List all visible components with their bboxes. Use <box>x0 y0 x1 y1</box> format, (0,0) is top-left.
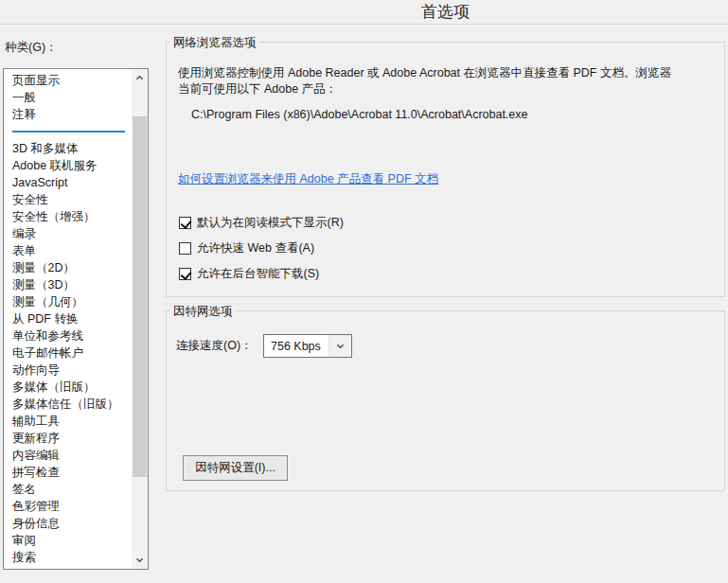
list-item[interactable]: 动作向导 <box>4 362 132 379</box>
list-item[interactable]: 页面显示 <box>4 72 132 89</box>
reading-mode-checkbox[interactable] <box>179 217 191 229</box>
reading-mode-label: 默认为在阅读模式下显示(R) <box>197 215 344 231</box>
list-item[interactable]: Adobe 联机服务 <box>4 157 132 174</box>
scroll-down-button[interactable] <box>132 552 148 568</box>
combo-arrow-button[interactable] <box>328 335 351 357</box>
list-item[interactable]: 色彩管理 <box>4 498 132 515</box>
scroll-up-button[interactable] <box>132 70 148 86</box>
background-download-checkbox[interactable] <box>179 268 191 280</box>
internet-settings-button[interactable]: 因特网设置(I)... <box>183 455 288 481</box>
background-download-label: 允许在后台智能下载(S) <box>197 266 319 282</box>
preferences-dialog: 首选项 种类(G)： 页面显示一般注释3D 和多媒体Adobe 联机服务Java… <box>0 0 728 583</box>
connection-speed-label: 连接速度(O)： <box>176 338 253 354</box>
adobe-product-path: C:\Program Files (x86)\Adobe\Acrobat 11.… <box>191 108 528 121</box>
list-item[interactable]: 电子邮件帐户 <box>4 344 132 362</box>
list-item[interactable]: 一般 <box>4 89 132 106</box>
checkbox-row-fast-web-view[interactable]: 允许快速 Web 查看(A) <box>179 242 344 255</box>
list-item[interactable]: 测量（几何） <box>4 293 132 310</box>
fast-web-view-label: 允许快速 Web 查看(A) <box>197 240 314 256</box>
category-label: 种类(G)： <box>5 40 58 56</box>
page-title: 首选项 <box>166 1 725 23</box>
title-divider <box>0 24 728 25</box>
internet-options-title: 因特网选项 <box>169 304 237 320</box>
list-item[interactable]: 多媒体（旧版） <box>4 379 132 396</box>
list-separator <box>4 123 132 140</box>
list-item[interactable]: 拼写检查 <box>4 464 132 481</box>
list-item[interactable]: 注释 <box>4 106 132 123</box>
category-scrollbar[interactable] <box>132 69 148 569</box>
list-item[interactable]: 3D 和多媒体 <box>4 140 132 157</box>
list-item[interactable]: 内容编辑 <box>4 447 132 464</box>
browser-checkbox-group: 默认为在阅读模式下显示(R) 允许快速 Web 查看(A) 允许在后台智能下载(… <box>179 217 344 293</box>
checkbox-row-reading-mode[interactable]: 默认为在阅读模式下显示(R) <box>179 217 344 229</box>
list-item[interactable]: 单位和参考线 <box>4 327 132 344</box>
list-item[interactable]: 信任管理器 <box>4 566 132 569</box>
list-item[interactable]: 搜索 <box>4 549 132 566</box>
list-item[interactable]: 安全性（增强） <box>4 208 132 225</box>
list-item[interactable]: 更新程序 <box>4 430 132 447</box>
list-item[interactable]: 测量（2D） <box>4 259 132 276</box>
fast-web-view-checkbox[interactable] <box>179 242 191 255</box>
list-item[interactable]: 编录 <box>4 225 132 242</box>
chevron-up-icon <box>135 74 144 82</box>
scrollbar-thumb[interactable] <box>133 116 147 477</box>
checkbox-row-background-download[interactable]: 允许在后台智能下载(S) <box>179 268 344 280</box>
list-item[interactable]: 表单 <box>4 242 132 259</box>
category-list-items: 页面显示一般注释3D 和多媒体Adobe 联机服务JavaScript安全性安全… <box>4 69 132 569</box>
chevron-down-icon <box>135 556 144 564</box>
chevron-down-icon <box>336 342 345 350</box>
list-item[interactable]: 审阅 <box>4 532 132 549</box>
list-item[interactable]: 安全性 <box>4 191 132 208</box>
list-item[interactable]: 身份信息 <box>4 515 132 532</box>
list-item[interactable]: 多媒体信任（旧版） <box>4 396 132 413</box>
web-browser-options-title: 网络浏览器选项 <box>169 35 260 51</box>
connection-speed-select[interactable]: 756 Kbps <box>263 334 352 358</box>
internet-options-group: 因特网选项 连接速度(O)： 756 Kbps 因特网设置(I)... <box>166 310 725 491</box>
list-item[interactable]: 辅助工具 <box>4 413 132 430</box>
list-item[interactable]: JavaScript <box>4 174 132 191</box>
list-item[interactable]: 从 PDF 转换 <box>4 310 132 327</box>
web-browser-options-group: 网络浏览器选项 使用浏览器控制使用 Adobe Reader 或 Adobe A… <box>166 42 725 297</box>
list-item[interactable]: 测量（3D） <box>4 276 132 293</box>
category-listbox[interactable]: 页面显示一般注释3D 和多媒体Adobe 联机服务JavaScript安全性安全… <box>3 68 149 570</box>
browser-description: 使用浏览器控制使用 Adobe Reader 或 Adobe Acrobat 在… <box>178 65 719 97</box>
list-item[interactable]: 签名 <box>4 481 132 498</box>
connection-speed-value: 756 Kbps <box>264 335 328 357</box>
browser-setup-help-link[interactable]: 如何设置浏览器来使用 Adobe 产品查看 PDF 文档 <box>178 171 438 187</box>
